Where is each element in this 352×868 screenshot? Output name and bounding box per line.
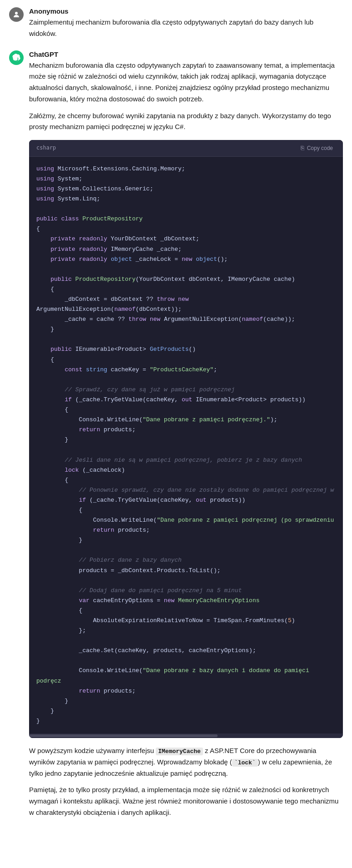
copy-label: Copy code xyxy=(307,145,333,151)
code-content: using Microsoft.Extensions.Caching.Memor… xyxy=(29,157,343,733)
code-block-header: csharp ⎘ Copy code xyxy=(29,140,343,157)
gpt-avatar xyxy=(9,50,24,65)
inline-code-1: IMemoryCache xyxy=(156,748,203,755)
copy-button[interactable]: ⎘ Copy code xyxy=(298,144,336,152)
code-block: csharp ⎘ Copy code using Microsoft.Exten… xyxy=(29,140,343,738)
horizontal-scrollbar[interactable] xyxy=(29,733,343,738)
inline-code-2: `lock` xyxy=(232,759,258,767)
gpt-outro-1: W powyższym kodzie używamy interfejsu IM… xyxy=(29,745,343,779)
message-body: Anonymous Zaimplementuj mechanizm buforo… xyxy=(29,7,343,40)
gpt-text: Mechanizm buforowania dla często odpytyw… xyxy=(29,60,343,818)
user-name: Anonymous xyxy=(29,7,343,15)
user-text: Zaimplementuj mechanizm buforowania dla … xyxy=(29,17,343,40)
gpt-outro-2: Pamiętaj, że to tylko prosty przykład, a… xyxy=(29,784,343,818)
gpt-message: ChatGPT Mechanizm buforowania dla często… xyxy=(9,50,343,818)
gpt-intro-1: Mechanizm buforowania dla często odpytyw… xyxy=(29,60,343,105)
avatar xyxy=(9,7,24,22)
user-message: Anonymous Zaimplementuj mechanizm buforo… xyxy=(9,7,343,40)
gpt-message-body: ChatGPT Mechanizm buforowania dla często… xyxy=(29,50,343,818)
copy-icon: ⎘ xyxy=(301,145,304,151)
code-lang: csharp xyxy=(36,144,56,153)
svg-point-0 xyxy=(15,12,18,15)
scrollbar-thumb xyxy=(29,734,218,737)
gpt-intro-2: Załóżmy, że chcemy buforować wyniki zapy… xyxy=(29,110,343,133)
gpt-name: ChatGPT xyxy=(29,50,343,58)
